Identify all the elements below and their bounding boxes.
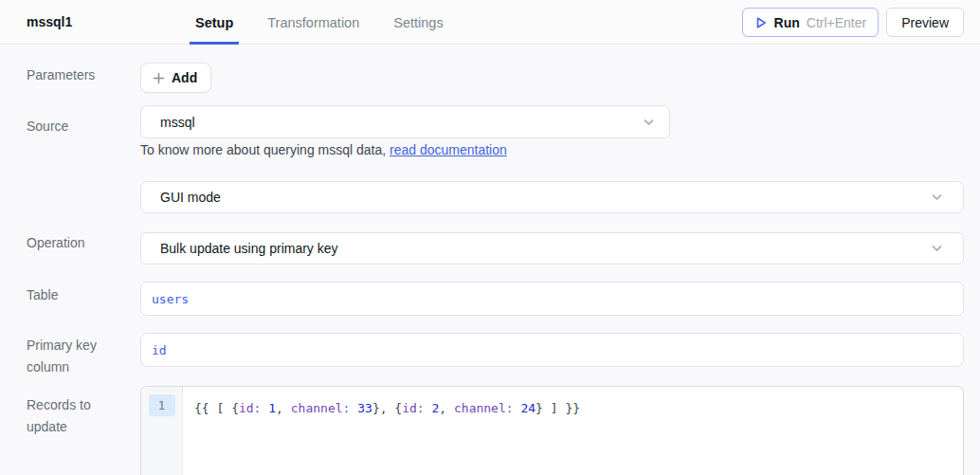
source-select[interactable]: mssql	[140, 105, 670, 138]
preview-button[interactable]: Preview	[886, 8, 964, 37]
tab-settings[interactable]: Settings	[388, 0, 448, 45]
primary-key-input[interactable]: id	[140, 333, 964, 367]
read-documentation-link[interactable]: read documentation	[390, 142, 507, 157]
records-label: Records to update	[27, 394, 133, 438]
editor-gutter: 1	[141, 387, 183, 475]
operation-label: Operation	[27, 232, 133, 254]
source-label: Source	[27, 116, 133, 137]
query-editor-panel: mssql1 Setup Transformation Settings Run…	[0, 0, 980, 475]
table-input[interactable]: users	[140, 282, 964, 316]
table-input-value: users	[152, 292, 189, 306]
run-button[interactable]: Run Ctrl+Enter	[742, 8, 880, 37]
add-parameter-label: Add	[172, 70, 197, 85]
mode-select[interactable]: GUI mode	[140, 181, 964, 213]
operation-select-value: Bulk update using primary key	[160, 241, 338, 256]
table-label: Table	[27, 284, 133, 306]
primary-key-label: Primary key column	[27, 335, 133, 378]
plus-icon	[153, 72, 165, 84]
source-helper-prefix: To know more about querying mssql data,	[140, 142, 390, 157]
query-title: mssql1	[27, 14, 72, 29]
primary-key-input-value: id	[152, 343, 167, 357]
chevron-down-icon	[930, 242, 944, 256]
header-actions: Run Ctrl+Enter Preview	[742, 8, 964, 37]
tab-bar: Setup Transformation Settings	[190, 0, 449, 45]
run-shortcut: Ctrl+Enter	[807, 15, 866, 30]
parameters-label: Parameters	[27, 64, 133, 86]
query-header: mssql1 Setup Transformation Settings Run…	[0, 0, 980, 45]
chevron-down-icon	[930, 191, 944, 205]
editor-code-line[interactable]: {{ [ {id: 1, channel: 33}, {id: 2, chann…	[183, 387, 963, 475]
editor-line-number: 1	[149, 394, 175, 416]
add-parameter-button[interactable]: Add	[140, 63, 211, 93]
source-select-value: mssql	[160, 115, 195, 130]
chevron-down-icon	[642, 115, 656, 129]
tab-transformation[interactable]: Transformation	[262, 0, 365, 45]
play-icon	[754, 16, 768, 29]
operation-select[interactable]: Bulk update using primary key	[140, 232, 964, 265]
run-button-label: Run	[774, 15, 800, 30]
mode-select-value: GUI mode	[160, 190, 221, 205]
records-code-editor[interactable]: 1 {{ [ {id: 1, channel: 33}, {id: 2, cha…	[140, 386, 964, 475]
source-helper-text: To know more about querying mssql data, …	[140, 142, 507, 157]
tab-setup[interactable]: Setup	[190, 0, 239, 45]
